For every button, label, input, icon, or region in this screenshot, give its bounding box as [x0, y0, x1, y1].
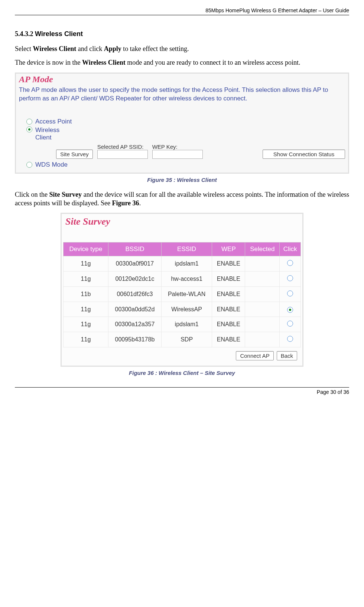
site-survey-title: Site Survey — [63, 215, 301, 242]
radio-label: WirelessClient — [35, 126, 59, 141]
table-cell: 00300a0dd52d — [108, 302, 161, 317]
table-header: BSSID — [108, 243, 161, 256]
table-row: 11g00300a0f9017ipdslam1ENABLE — [64, 256, 301, 272]
radio-icon — [287, 290, 293, 296]
table-row: 11g00300a0dd52dWirelessAPENABLE — [64, 302, 301, 317]
paragraph-3: Click on the Site Survey and the device … — [15, 190, 349, 208]
section-title: Wireless Client — [35, 30, 83, 38]
radio-icon — [287, 336, 293, 342]
table-row: 11g00300a12a357ipdslam1ENABLE — [64, 317, 301, 332]
radio-label: WDS Mode — [35, 161, 68, 168]
selected-cell — [245, 332, 280, 347]
click-cell[interactable] — [280, 332, 301, 347]
table-cell: ipdslam1 — [161, 256, 212, 272]
ap-mode-description: The AP mode allows the user to specify t… — [19, 86, 345, 103]
table-cell: ENABLE — [212, 302, 245, 317]
wep-label: WEP Key: — [152, 144, 203, 150]
radio-icon — [26, 162, 32, 168]
table-cell: 00601df26fc3 — [108, 287, 161, 302]
table-cell: 11b — [64, 287, 108, 302]
table-cell: ipdslam1 — [161, 317, 212, 332]
table-cell: SDP — [161, 332, 212, 347]
click-cell[interactable] — [280, 256, 301, 272]
paragraph-1: Select Wireless Client and click Apply t… — [15, 45, 349, 53]
selected-cell — [245, 256, 280, 272]
figure-36-caption: Figure 36 : Wireless Client – Site Surve… — [15, 370, 349, 376]
ssid-label: Selected AP SSID: — [97, 144, 148, 150]
table-cell: hw-access1 — [161, 272, 212, 287]
back-button[interactable]: Back — [277, 351, 297, 360]
doc-header: 85Mbps HomePlug Wireless G Ethernet Adap… — [15, 7, 349, 15]
table-row: 11g00120e02dc1chw-access1ENABLE — [64, 272, 301, 287]
wep-input[interactable] — [152, 150, 203, 159]
table-cell: 00120e02dc1c — [108, 272, 161, 287]
radio-icon — [287, 275, 293, 281]
table-cell: 00300a12a357 — [108, 317, 161, 332]
figure-35-caption: Figure 35 : Wireless Client — [15, 177, 349, 183]
table-cell: WirelessAP — [161, 302, 212, 317]
radio-icon — [287, 321, 293, 327]
radio-icon — [287, 307, 293, 313]
show-connection-status-button[interactable]: Show Connection Status — [263, 150, 345, 159]
table-cell: 00095b43178b — [108, 332, 161, 347]
table-cell: 11g — [64, 317, 108, 332]
radio-icon — [26, 119, 32, 125]
click-cell[interactable] — [280, 302, 301, 317]
table-header: WEP — [212, 243, 245, 256]
section-number: 5.4.3.2 — [15, 30, 33, 38]
click-cell[interactable] — [280, 272, 301, 287]
site-survey-button[interactable]: Site Survey — [56, 150, 93, 159]
table-cell: ENABLE — [212, 256, 245, 272]
selected-cell — [245, 272, 280, 287]
click-cell[interactable] — [280, 287, 301, 302]
connect-ap-button[interactable]: Connect AP — [236, 351, 273, 360]
table-header: Selected — [245, 243, 280, 256]
table-cell: 11g — [64, 256, 108, 272]
table-cell: 00300a0f9017 — [108, 256, 161, 272]
table-row: 11b00601df26fc3Palette-WLANENABLE — [64, 287, 301, 302]
table-cell: ENABLE — [212, 287, 245, 302]
radio-access-point[interactable]: Access Point — [26, 118, 345, 125]
site-survey-table: Device typeBSSIDESSIDWEPSelectedClick 11… — [63, 242, 301, 347]
figure-36-panel: Site Survey Device typeBSSIDESSIDWEPSele… — [61, 213, 303, 367]
selected-cell — [245, 317, 280, 332]
table-cell: 11g — [64, 332, 108, 347]
table-cell: ENABLE — [212, 272, 245, 287]
radio-icon — [26, 126, 32, 132]
paragraph-2: The device is now in the Wireless Client… — [15, 58, 349, 67]
radio-wireless-client[interactable]: WirelessClient — [26, 126, 345, 141]
table-header: ESSID — [161, 243, 212, 256]
ssid-input[interactable] — [97, 150, 148, 159]
selected-cell — [245, 302, 280, 317]
ap-mode-title: AP Mode — [19, 74, 345, 84]
table-cell: ENABLE — [212, 317, 245, 332]
table-cell: Palette-WLAN — [161, 287, 212, 302]
radio-wds-mode[interactable]: WDS Mode — [26, 161, 345, 168]
radio-icon — [287, 260, 293, 266]
table-row: 11g00095b43178bSDPENABLE — [64, 332, 301, 347]
figure-35-panel: AP Mode The AP mode allows the user to s… — [15, 73, 349, 174]
table-cell: 11g — [64, 302, 108, 317]
table-cell: 11g — [64, 272, 108, 287]
table-cell: ENABLE — [212, 332, 245, 347]
selected-cell — [245, 287, 280, 302]
click-cell[interactable] — [280, 317, 301, 332]
page-footer: Page 30 of 36 — [15, 387, 349, 395]
radio-label: Access Point — [35, 118, 72, 125]
table-header: Click — [280, 243, 301, 256]
table-header: Device type — [64, 243, 108, 256]
